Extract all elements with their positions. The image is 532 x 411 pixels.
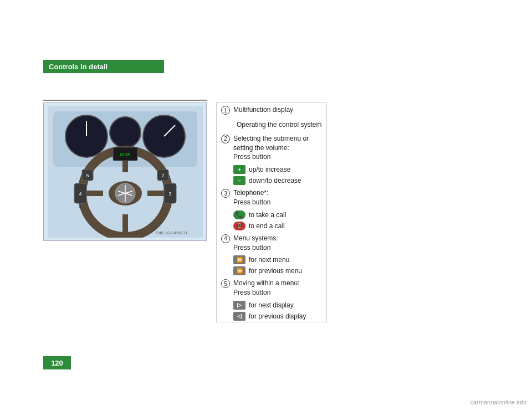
section-5: 5 Moving within a menu:Press button [217,276,326,300]
header-title: Controls in detail [49,63,108,71]
section-2: 2 Selecting the submenu or setting the v… [217,132,326,164]
svg-text:2: 2 [161,173,164,178]
section-1-text: Multifunction display [233,105,322,115]
next-menu-icon: ⏩ [233,255,245,264]
volume-down-item: − down/to decrease [217,175,326,186]
svg-text:4: 4 [79,191,81,197]
take-call-label: to take a call [249,211,286,219]
next-display-icon: ▷ [233,301,245,310]
take-call-icon: 📞 [233,210,245,219]
svg-text:P46.10-2458-31: P46.10-2458-31 [156,230,188,235]
section-4: 4 Menu systems:Press button [217,232,326,255]
prev-display-label: for previous display [249,312,306,320]
end-call-label: to end a call [249,222,285,230]
end-call-item: 📵 to end a call [217,220,326,232]
section-2-text: Selecting the submenu or setting the vol… [233,134,322,162]
circle-2: 2 [221,135,230,143]
section-3-text: Telephone*:Press button [233,188,322,207]
circle-1: 1 [221,106,230,115]
circle-5: 5 [221,279,230,288]
next-display-item: ▷ for next display [217,300,326,311]
section-1: 1 Multifunction display [217,103,326,117]
prev-menu-label: for previous menu [249,267,302,275]
svg-text:5: 5 [86,173,89,178]
next-menu-label: for next menu [249,256,289,264]
header-bar: Controls in detail [43,60,164,73]
section-divider [43,100,207,101]
next-menu-item: ⏩ for next menu [217,254,326,265]
svg-text:DISP: DISP [120,152,130,157]
end-call-icon: 📵 [233,222,245,230]
section-4-text: Menu systems:Press button [233,234,322,253]
info-panel: 1 Multifunction display Operating the co… [216,102,327,322]
volume-up-item: + up/to increase [217,164,326,175]
svg-text:3: 3 [168,191,171,197]
section-5-text: Moving within a menu:Press button [233,279,322,297]
site-credit-text: carmanualonline.info [470,399,526,405]
section-3: 3 Telephone*:Press button [217,186,326,209]
minus-icon: − [233,176,245,185]
svg-text:3: 3 [168,204,171,209]
volume-down-label: down/to decrease [249,177,301,184]
svg-text:4: 4 [79,204,81,209]
svg-text:1: 1 [124,141,126,147]
page-number-text: 120 [51,359,63,367]
prev-display-icon: ◁ [233,312,245,321]
circle-4: 4 [221,234,230,243]
prev-menu-item: ⏪ for previous menu [217,265,326,276]
site-credit: carmanualonline.info [470,399,526,405]
prev-menu-icon: ⏪ [233,266,245,275]
plus-icon: + [233,165,245,174]
next-display-label: for next display [249,301,294,309]
volume-up-label: up/to increase [249,166,290,173]
circle-3: 3 [221,189,230,198]
section-operating: Operating the control system [217,117,326,132]
section-operating-text: Operating the control system [237,120,322,130]
page-number-badge: 120 [43,356,71,369]
take-call-item: 📞 to take a call [217,209,326,220]
steering-wheel-image: 4 3 5 2 DISP 1 4 3 P46.10-2458-31 [43,102,207,241]
steering-wheel-svg: 4 3 5 2 DISP 1 4 3 P46.10-2458-31 [48,106,203,238]
prev-display-item: ◁ for previous display [217,311,326,322]
